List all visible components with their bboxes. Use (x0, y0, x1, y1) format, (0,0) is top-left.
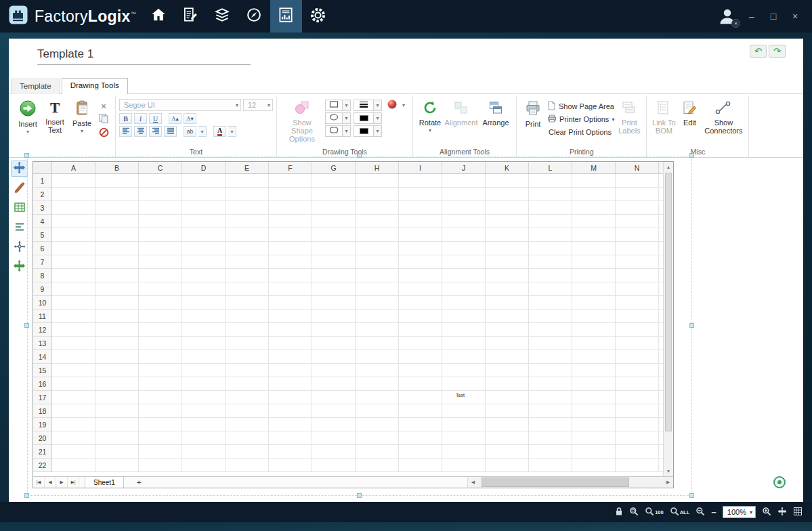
column-header-A[interactable]: A (52, 162, 95, 173)
cell-E4[interactable] (226, 215, 269, 228)
cell-L1[interactable] (529, 174, 572, 188)
cell-M8[interactable] (572, 269, 616, 282)
cell-N18[interactable] (616, 404, 659, 418)
cell-F19[interactable] (269, 418, 312, 431)
cell-D7[interactable] (182, 255, 226, 269)
scroll-left-icon[interactable] (468, 477, 478, 488)
cell-F20[interactable] (269, 431, 312, 445)
close-button[interactable]: × (788, 11, 803, 22)
shape-color-sphere-dropdown[interactable] (400, 100, 408, 111)
cell-D5[interactable] (182, 228, 226, 242)
select-all-corner[interactable] (33, 162, 52, 173)
cell-F3[interactable] (269, 201, 312, 215)
cell-J22[interactable] (442, 459, 486, 472)
row-header-6[interactable]: 6 (33, 242, 52, 255)
cell-G2[interactable] (312, 188, 356, 201)
add-sheet-button[interactable]: + (132, 477, 146, 488)
cell-E12[interactable] (226, 323, 269, 337)
tab-template[interactable]: Template (11, 79, 60, 94)
cell-G9[interactable] (312, 282, 356, 296)
cell-N14[interactable] (616, 350, 659, 364)
sheet-nav-prev[interactable] (45, 477, 56, 488)
cell-K18[interactable] (486, 404, 529, 418)
cell-M3[interactable] (572, 201, 616, 215)
show-connectors-button[interactable]: Show Connectors (702, 97, 745, 147)
cell-N12[interactable] (616, 323, 659, 337)
cell-C17[interactable] (139, 391, 182, 404)
canvas-text-object[interactable]: Text (456, 393, 465, 398)
column-header-E[interactable]: E (226, 162, 269, 173)
column-header-L[interactable]: L (529, 162, 572, 173)
cell-B14[interactable] (95, 350, 139, 364)
cell-B21[interactable] (95, 445, 139, 459)
cell-A12[interactable] (52, 323, 95, 337)
horizontal-scroll-track[interactable] (478, 477, 663, 488)
cell-K10[interactable] (486, 296, 529, 310)
cell-K22[interactable] (486, 459, 529, 472)
align-justify-button[interactable] (164, 126, 177, 137)
cell-D12[interactable] (182, 323, 226, 337)
arrange-button[interactable]: Arrange (479, 97, 513, 147)
cell-G11[interactable] (312, 310, 356, 323)
cell-L19[interactable] (529, 418, 572, 431)
cell-J10[interactable] (442, 296, 486, 310)
cell-E7[interactable] (226, 255, 269, 269)
cell-H17[interactable] (356, 391, 399, 404)
resize-handle-mid-left[interactable] (24, 323, 29, 328)
resize-handle-bottom-left[interactable] (24, 493, 29, 498)
cell-L2[interactable] (529, 188, 572, 201)
cell-L18[interactable] (529, 404, 572, 418)
cell-N4[interactable] (616, 215, 659, 228)
cell-B17[interactable] (95, 391, 139, 404)
copy-button[interactable] (97, 114, 110, 125)
cell-M18[interactable] (572, 404, 616, 418)
cell-M12[interactable] (572, 323, 616, 337)
template-name-field[interactable]: Template 1 (37, 47, 251, 65)
show-page-area-button[interactable]: Show Page Area (546, 100, 616, 112)
cell-B7[interactable] (95, 255, 139, 269)
rounded-rect-shape-dropdown[interactable] (343, 125, 351, 137)
cell-H4[interactable] (356, 215, 399, 228)
cell-E13[interactable] (226, 337, 269, 350)
cell-M2[interactable] (572, 188, 616, 201)
cell-B6[interactable] (95, 242, 139, 255)
cell-A1[interactable] (52, 174, 95, 188)
cell-G10[interactable] (312, 296, 356, 310)
cell-K8[interactable] (486, 269, 529, 282)
resize-handle-top-left[interactable] (24, 153, 29, 158)
cell-J9[interactable] (442, 282, 486, 296)
resize-handle-bottom-center[interactable] (357, 493, 362, 498)
cell-A8[interactable] (52, 269, 95, 282)
cell-M22[interactable] (572, 459, 616, 472)
cell-C16[interactable] (139, 377, 182, 391)
cell-I15[interactable] (399, 364, 442, 377)
row-header-2[interactable]: 2 (33, 188, 52, 201)
cell-M19[interactable] (572, 418, 616, 431)
cell-F11[interactable] (269, 310, 312, 323)
cell-H6[interactable] (356, 242, 399, 255)
resize-handle-top-right[interactable] (689, 153, 694, 158)
cell-B22[interactable] (95, 459, 139, 472)
cell-N5[interactable] (616, 228, 659, 242)
cell-E2[interactable] (226, 188, 269, 201)
cell-L15[interactable] (529, 364, 572, 377)
row-header-20[interactable]: 20 (33, 431, 52, 445)
cell-D17[interactable] (182, 391, 226, 404)
cell-N22[interactable] (616, 459, 659, 472)
cell-C10[interactable] (139, 296, 182, 310)
cell-N21[interactable] (616, 445, 659, 459)
cell-A15[interactable] (52, 364, 95, 377)
rounded-rect-shape-button[interactable] (325, 125, 343, 137)
cell-A5[interactable] (52, 228, 95, 242)
cell-I17[interactable] (399, 391, 442, 404)
cell-C5[interactable] (139, 228, 182, 242)
cell-M13[interactable] (572, 337, 616, 350)
row-header-18[interactable]: 18 (33, 404, 52, 418)
tab-drawing-tools[interactable]: Drawing Tools (62, 78, 128, 94)
fill-color-dropdown[interactable] (374, 125, 382, 137)
cell-N1[interactable] (616, 174, 659, 188)
cell-B2[interactable] (95, 188, 139, 201)
cell-L8[interactable] (529, 269, 572, 282)
cell-G6[interactable] (312, 242, 356, 255)
align-center-button[interactable] (134, 126, 147, 137)
